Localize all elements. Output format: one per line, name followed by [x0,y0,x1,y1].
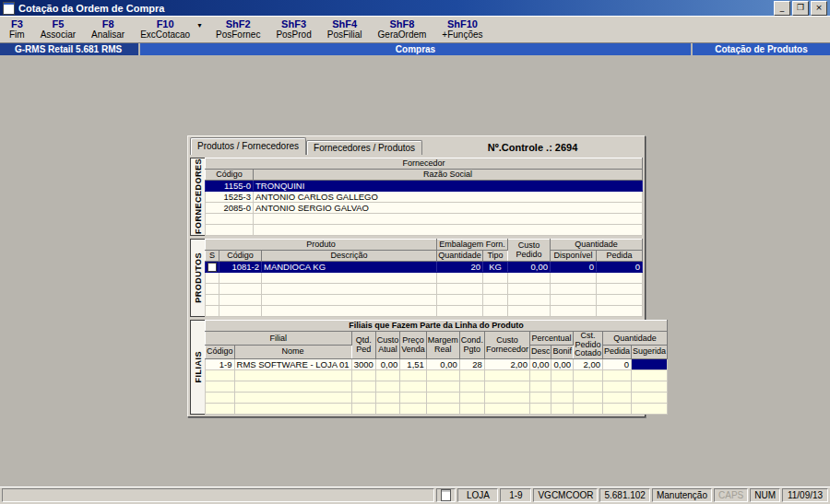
empty-row [206,381,668,392]
filiais-section: FILIAIS Filiais que Fazem Parte da Linha… [190,320,643,415]
filial-row[interactable]: 1-9 RMS SOFTWARE - LOJA 01 3000 0,00 1,5… [206,358,668,369]
col-header-s: S [206,251,219,262]
quotation-panel: Produtos / Fornecedores Fornecedores / P… [187,135,646,417]
empty-row [206,392,668,403]
function-toolbar: F3 Fim F5 Associar F8 Analisar F10 ExcCo… [0,16,830,43]
col-header-margem-real: Margem Real [426,332,459,359]
screen-segment: Cotação de Produtos [693,43,830,55]
col-header-quantidade: Quantidade [437,251,483,262]
quantidade-group-header: Quantidade [551,240,643,251]
col-header-qtd-ped: Qtd. Ped [351,332,375,359]
empty-row [206,369,668,381]
statusbar-loja: LOJA [457,488,498,502]
selected-cell[interactable] [632,358,668,369]
select-checkbox[interactable] [208,263,217,272]
module-segment: Compras [140,43,691,55]
fornecedores-table: Fornecedor Código Razão Social 1155-0 TR… [205,158,643,236]
statusbar-icon-cell [436,488,456,502]
col-header-pedida: Pedida [602,346,631,359]
statusbar-caps-indicator: CAPS [714,488,748,502]
filial-group-header: Filial [206,332,352,346]
col-header-cst-pedido-cotado: Cst. Pedido Cotado [573,332,602,359]
empty-row [206,295,643,306]
col-header-bonif: Bonif [551,346,574,359]
produtos-section-label: PRODUTOS [190,239,205,317]
toolbar-item-posfornec[interactable]: ShF2 PosFornec [216,18,260,41]
fornecedores-section: FORNECEDORES Fornecedor Código Razão Soc… [190,158,643,236]
statusbar-filler [2,488,434,502]
col-header-custo-atual: Custo Atual [375,332,400,359]
col-header-razao-social: Razão Social [254,170,643,181]
filiais-table: Filiais que Fazem Parte da Linha do Prod… [205,320,668,415]
col-header-codigo: Código [206,170,254,181]
close-button[interactable]: × [811,1,827,16]
fornecedores-section-label: FORNECEDORES [190,158,205,236]
document-icon [441,489,451,501]
produtos-table: Produto Embalagem Forn. Custo Pedido Qua… [205,239,643,317]
empty-row [206,214,643,225]
window-titlebar: Cotação da Ordem de Compra _ ❐ × [0,0,830,16]
produto-row[interactable]: 1081-2 MANDIOCA KG 20 KG 0,00 0 0 [206,262,643,273]
app-version-segment: G-RMS Retail 5.681 RMS [0,43,138,55]
statusbar-filial: 1-9 [500,488,531,502]
empty-row [206,306,643,317]
col-header-cond-pgto: Cond. Pgto [459,332,484,359]
fornecedor-row[interactable]: 1155-0 TRONQUINI [206,181,643,192]
col-header-desc: Desc [529,346,551,359]
header-band: G-RMS Retail 5.681 RMS Compras Cotação d… [0,43,830,55]
statusbar-usuario: VGCMCOOR [533,488,598,502]
col-header-codigo: Código [219,251,262,262]
fornecedor-row[interactable]: 2085-0 ANTONIO SERGIO GALVAO [206,203,643,214]
restore-button[interactable]: ❐ [792,1,809,16]
window-controls: _ ❐ × [774,1,827,16]
produto-group-header: Produto [206,240,437,251]
quantidade-group-header: Quantidade [602,332,667,346]
col-header-tipo: Tipo [483,251,508,262]
statusbar-date: 11/09/13 [782,488,828,502]
toolbar-item-analisar[interactable]: F8 Analisar [91,18,125,41]
panel-tabs: Produtos / Fornecedores Fornecedores / P… [190,138,643,155]
col-header-custo-pedido: Custo Pedido [508,240,551,262]
toolbar-item-exccotacao[interactable]: F10 ExcCotacao [140,18,190,41]
control-number-label: Nº.Controle .: 2694 [422,140,643,155]
statusbar-modo: Manutenção [652,488,712,502]
toolbar-item-geraordem[interactable]: ShF8 GeraOrdem [378,18,427,41]
col-header-nome: Nome [234,346,351,359]
tab-produtos-fornecedores[interactable]: Produtos / Fornecedores [190,137,306,155]
filiais-title-header: Filiais que Fazem Parte da Linha do Prod… [206,321,668,332]
toolbar-item-posprod[interactable]: ShF3 PosProd [276,18,311,41]
fornecedor-row[interactable]: 1525-3 ANTONIO CARLOS GALLEGO [206,192,643,203]
minimize-button[interactable]: _ [774,1,790,16]
empty-row [206,284,643,295]
percentual-group-header: Percentual [529,332,573,346]
dropdown-arrow-icon[interactable]: ▼ [196,21,203,41]
toolbar-item-posfilial[interactable]: ShF4 PosFilial [327,18,362,41]
embalagem-group-header: Embalagem Forn. [437,240,508,251]
filiais-section-label: FILIAIS [190,320,205,415]
window-title: Cotação da Ordem de Compra [18,3,770,14]
app-icon [3,2,15,15]
statusbar-versao: 5.681.102 [599,488,650,502]
col-header-descricao: Descrição [262,251,437,262]
toolbar-item-maisfuncoes[interactable]: ShF10 +Funções [442,18,482,41]
col-header-preco-venda: Preço Venda [400,332,427,359]
col-header-custo-fornecedor: Custo Fornecedor [484,332,529,359]
toolbar-item-fim[interactable]: F3 Fim [9,18,25,41]
col-header-codigo: Código [206,346,235,359]
statusbar: LOJA 1-9 VGCMCOOR 5.681.102 Manutenção C… [0,486,830,504]
fornecedor-group-header: Fornecedor [206,158,643,170]
empty-row [206,403,668,414]
statusbar-num-indicator: NUM [750,488,780,502]
col-header-disponivel: Disponível [551,251,597,262]
empty-row [206,225,643,236]
empty-row [206,273,643,284]
col-header-pedida: Pedida [597,251,643,262]
toolbar-item-associar[interactable]: F5 Associar [41,18,76,41]
tab-fornecedores-produtos[interactable]: Fornecedores / Produtos [306,140,422,155]
col-header-sugerida: Sugerida [632,346,668,359]
produtos-section: PRODUTOS Produto Embalagem Forn. Custo P… [190,239,643,317]
